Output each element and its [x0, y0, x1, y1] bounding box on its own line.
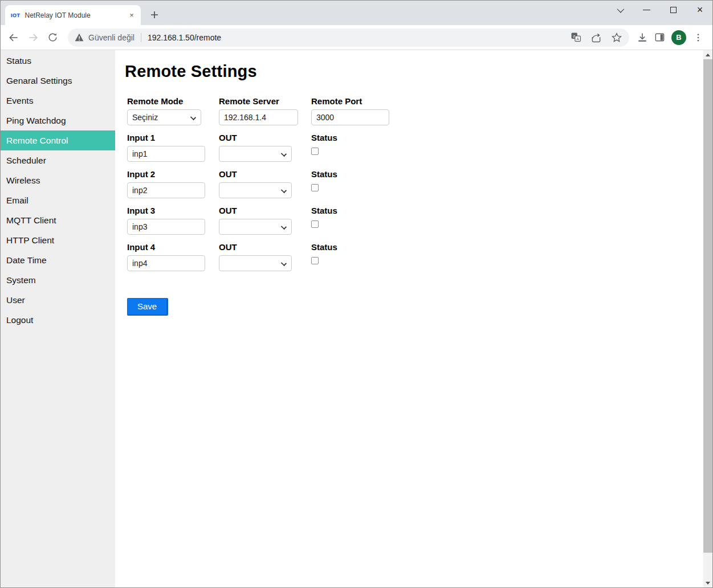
- tab-strip: IOT NetRelay IOT Module × ×: [1, 1, 712, 25]
- out2-select[interactable]: [219, 182, 292, 198]
- remote-settings-row: Remote Mode Seçiniz Remote Server Remote…: [127, 96, 712, 125]
- input-row-2: Input 2 OUT Status: [127, 169, 712, 198]
- remote-mode-select[interactable]: Seçiniz: [127, 109, 201, 125]
- out3-label: OUT: [219, 206, 311, 215]
- main-content: Remote Settings Remote Mode Seçiniz Remo…: [115, 50, 712, 587]
- remote-mode-label: Remote Mode: [127, 96, 219, 106]
- out3-select[interactable]: [219, 219, 292, 235]
- browser-tab[interactable]: IOT NetRelay IOT Module ×: [5, 5, 141, 25]
- svg-text:A: A: [576, 37, 579, 42]
- input4-label: Input 4: [127, 242, 219, 252]
- sidebar-item-wireless[interactable]: Wireless: [1, 170, 115, 190]
- kebab-menu-icon: [693, 32, 703, 43]
- input3-name-input[interactable]: [127, 219, 205, 235]
- divider: [141, 33, 141, 42]
- out4-label: OUT: [219, 242, 311, 252]
- sidebar-item-status[interactable]: Status: [1, 51, 115, 71]
- maximize-button[interactable]: [669, 5, 678, 14]
- warning-icon: [75, 33, 84, 42]
- input-row-3: Input 3 OUT Status: [127, 206, 712, 235]
- translate-icon: aA: [571, 32, 581, 43]
- chevron-down-icon: [190, 115, 196, 120]
- out1-label: OUT: [219, 133, 311, 142]
- input2-name-input[interactable]: [127, 182, 205, 198]
- side-panel-icon: [654, 32, 665, 43]
- window-controls: ×: [615, 3, 704, 17]
- save-button[interactable]: Save: [127, 298, 168, 316]
- star-icon: [611, 32, 622, 43]
- bookmark-button[interactable]: [611, 32, 622, 43]
- status1-label: Status: [311, 133, 391, 142]
- input3-label: Input 3: [127, 206, 219, 215]
- input4-name-input[interactable]: [127, 255, 205, 271]
- sidebar-item-remote-control[interactable]: Remote Control: [1, 130, 115, 150]
- share-button[interactable]: [590, 32, 602, 43]
- share-icon: [590, 32, 602, 43]
- reload-button[interactable]: [44, 29, 61, 46]
- security-status[interactable]: Güvenli değil: [88, 33, 135, 42]
- remote-server-input[interactable]: [219, 109, 298, 125]
- out2-label: OUT: [219, 169, 311, 179]
- status3-label: Status: [311, 206, 391, 215]
- chevron-down-icon: [281, 187, 287, 193]
- status4-label: Status: [311, 242, 391, 252]
- input-row-1: Input 1 OUT Status: [127, 133, 712, 162]
- browser-toolbar: Güvenli değil 192.168.1.50/remote aA B: [1, 25, 712, 50]
- reload-icon: [47, 32, 58, 43]
- scrollbar-thumb[interactable]: [703, 59, 712, 553]
- sidebar-item-logout[interactable]: Logout: [1, 310, 115, 330]
- sidebar-item-ping-watchdog[interactable]: Ping Watchdog: [1, 111, 115, 130]
- remote-server-label: Remote Server: [219, 96, 311, 106]
- vertical-scrollbar[interactable]: [703, 50, 712, 587]
- input1-label: Input 1: [127, 133, 219, 142]
- forward-button[interactable]: [25, 29, 42, 46]
- status1-checkbox[interactable]: [311, 148, 319, 155]
- address-bar[interactable]: Güvenli değil 192.168.1.50/remote aA: [68, 28, 629, 47]
- out4-select[interactable]: [219, 255, 292, 271]
- browser-menu-button[interactable]: [690, 29, 707, 46]
- sidebar-item-user[interactable]: User: [1, 290, 115, 310]
- out1-select[interactable]: [219, 146, 292, 162]
- sidebar-item-mqtt-client[interactable]: MQTT Client: [1, 210, 115, 230]
- scroll-up-arrow-icon[interactable]: [703, 50, 712, 59]
- chevron-down-icon: [281, 260, 287, 266]
- profile-avatar[interactable]: B: [671, 30, 686, 45]
- status3-checkbox[interactable]: [311, 220, 319, 228]
- chevron-down-icon[interactable]: [615, 5, 624, 14]
- arrow-right-icon: [27, 32, 39, 43]
- side-panel-button[interactable]: [651, 29, 668, 46]
- back-button[interactable]: [5, 29, 22, 46]
- remote-port-input[interactable]: [311, 109, 389, 125]
- sidebar-item-system[interactable]: System: [1, 270, 115, 290]
- chevron-down-icon: [281, 151, 287, 157]
- browser-window: IOT NetRelay IOT Module × × Güvenli deği…: [0, 0, 713, 588]
- downloads-button[interactable]: [634, 29, 651, 46]
- status4-checkbox[interactable]: [311, 257, 319, 264]
- input1-name-input[interactable]: [127, 146, 205, 162]
- plus-icon: [150, 11, 158, 19]
- sidebar: Status Genaral Settings Events Ping Watc…: [1, 50, 115, 587]
- chevron-down-icon: [281, 224, 287, 230]
- download-icon: [637, 32, 648, 43]
- arrow-left-icon: [8, 32, 19, 43]
- status2-checkbox[interactable]: [311, 184, 319, 191]
- site-favicon-icon: IOT: [11, 13, 21, 18]
- sidebar-item-general-settings[interactable]: Genaral Settings: [1, 71, 115, 91]
- sidebar-item-email[interactable]: Email: [1, 190, 115, 210]
- sidebar-item-date-time[interactable]: Date Time: [1, 250, 115, 270]
- close-button[interactable]: ×: [695, 5, 704, 14]
- new-tab-button[interactable]: [146, 7, 162, 23]
- sidebar-item-http-client[interactable]: HTTP Client: [1, 230, 115, 250]
- remote-port-label: Remote Port: [311, 96, 391, 106]
- scroll-down-arrow-icon[interactable]: [703, 578, 712, 587]
- url-text[interactable]: 192.168.1.50/remote: [148, 33, 221, 42]
- page-title: Remote Settings: [125, 62, 712, 81]
- sidebar-item-scheduler[interactable]: Scheduler: [1, 150, 115, 170]
- minimize-button[interactable]: [642, 5, 651, 14]
- tab-close-icon[interactable]: ×: [127, 11, 136, 20]
- remote-mode-value: Seçiniz: [132, 113, 158, 122]
- input-row-4: Input 4 OUT Status: [127, 242, 712, 271]
- page-viewport: Status Genaral Settings Events Ping Watc…: [1, 50, 712, 587]
- translate-button[interactable]: aA: [571, 32, 581, 43]
- sidebar-item-events[interactable]: Events: [1, 91, 115, 111]
